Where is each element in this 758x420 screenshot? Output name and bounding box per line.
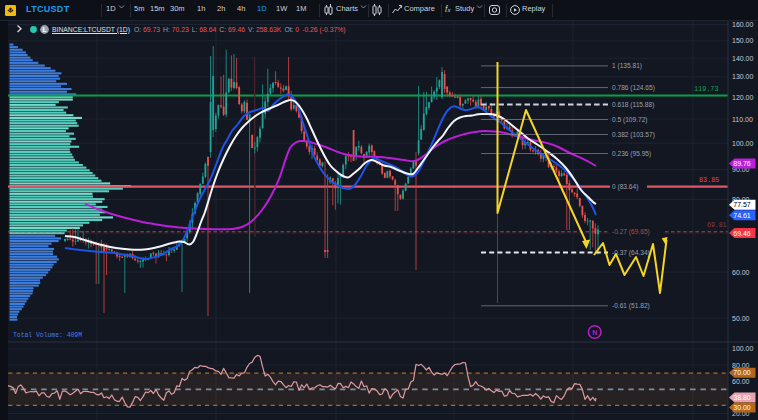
svg-text:160.00: 160.00 <box>732 21 754 28</box>
svg-text:70.00: 70.00 <box>733 369 751 376</box>
svg-text:83.85: 83.85 <box>699 176 719 184</box>
svg-text:77.57: 77.57 <box>733 201 751 208</box>
svg-text:0.618 (115.88): 0.618 (115.88) <box>612 101 654 109</box>
svg-text:1 (135.81): 1 (135.81) <box>612 62 642 70</box>
svg-text:69.81: 69.81 <box>707 222 727 229</box>
svg-text:0.236 (95.95): 0.236 (95.95) <box>612 150 651 158</box>
svg-text:74.61: 74.61 <box>733 212 751 219</box>
svg-text:N: N <box>592 329 597 336</box>
svg-text:Total Volume: 409M: Total Volume: 409M <box>13 332 82 339</box>
svg-text:110.00: 110.00 <box>732 116 753 123</box>
svg-text:-0.61 (51.82): -0.61 (51.82) <box>612 302 650 310</box>
svg-text:60.00: 60.00 <box>732 378 750 385</box>
svg-text:0 (83.64): 0 (83.64) <box>612 183 638 191</box>
svg-text:150.00: 150.00 <box>732 37 754 44</box>
svg-text:69.46: 69.46 <box>733 230 751 237</box>
svg-text:0.382 (103.57): 0.382 (103.57) <box>612 131 655 139</box>
svg-text:100.00: 100.00 <box>732 345 754 352</box>
svg-text:100.00: 100.00 <box>732 140 754 147</box>
svg-text:0.786 (124.65): 0.786 (124.65) <box>612 84 655 92</box>
svg-text:140.00: 140.00 <box>732 55 754 62</box>
svg-text:130.00: 130.00 <box>732 73 754 80</box>
svg-text:89.76: 89.76 <box>733 160 751 167</box>
svg-text:50.00: 50.00 <box>732 315 750 322</box>
svg-text:38.80: 38.80 <box>733 394 751 401</box>
svg-text:119.73: 119.73 <box>694 85 718 93</box>
svg-text:Ł: Ł <box>43 26 47 33</box>
svg-text:60.00: 60.00 <box>732 269 750 276</box>
svg-text:30.00: 30.00 <box>733 404 751 411</box>
svg-text:120.00: 120.00 <box>732 94 754 101</box>
svg-text:-0.27 (69.65): -0.27 (69.65) <box>612 228 650 236</box>
svg-text:80.00: 80.00 <box>732 362 750 369</box>
svg-text:0.5 (109.72): 0.5 (109.72) <box>612 116 648 124</box>
